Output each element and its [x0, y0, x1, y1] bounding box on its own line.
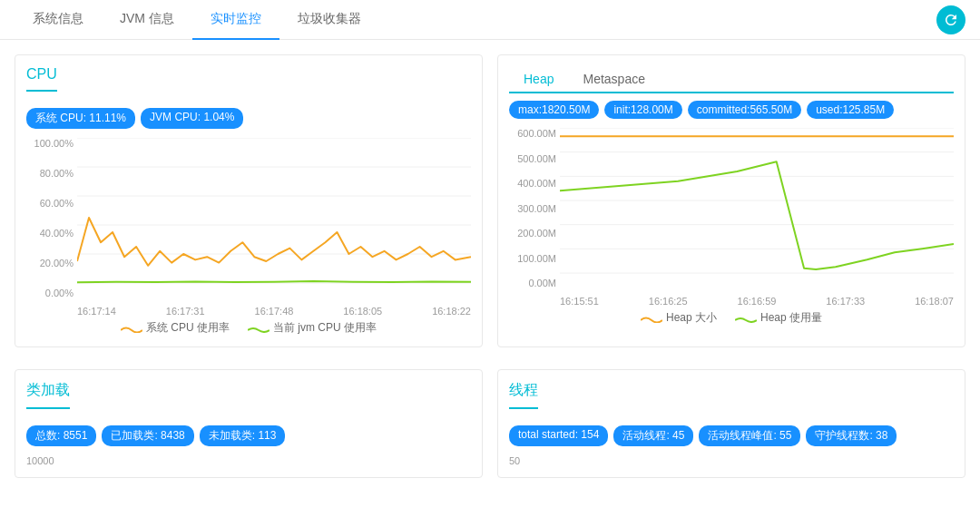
- cpu-badges: 系统 CPU: 11.11% JVM CPU: 1.04%: [26, 108, 471, 129]
- cpu-x-2: 16:17:48: [255, 306, 294, 317]
- cpu-y-100: 100.00%: [34, 138, 74, 149]
- heap-y-400: 400.00M: [517, 178, 556, 189]
- refresh-icon: [943, 12, 959, 28]
- classloader-y-start: 10000: [26, 455, 471, 466]
- heap-y-300: 300.00M: [517, 203, 556, 214]
- classloader-unloaded-badge: 未加载类: 113: [200, 425, 286, 446]
- heap-y-0: 0.00M: [528, 278, 556, 288]
- tab-jvm-info[interactable]: JVM 信息: [102, 0, 192, 40]
- heap-legend-size-label: Heap 大小: [666, 310, 717, 326]
- heap-chart-canvas: [560, 128, 954, 291]
- cpu-legend-system: 系统 CPU 使用率: [121, 320, 230, 336]
- cpu-chart-canvas: [77, 138, 471, 301]
- cpu-jvm-legend-icon: [248, 324, 270, 333]
- cpu-legend-system-label: 系统 CPU 使用率: [146, 320, 230, 336]
- thread-y-start: 50: [509, 455, 954, 466]
- heap-x-2: 16:16:59: [738, 296, 777, 307]
- thread-panel: 线程 total started: 154 活动线程: 45 活动线程峰值: 5…: [497, 369, 965, 478]
- heap-chart-area: 16:15:51 16:16:25 16:16:59 16:17:33 16:1…: [560, 128, 954, 307]
- cpu-y-20: 20.00%: [40, 258, 74, 268]
- thread-active-badge: 活动线程: 45: [613, 425, 693, 446]
- heap-chart-wrapper: 600.00M 500.00M 400.00M 300.00M 200.00M …: [509, 128, 954, 307]
- heap-legend-used-label: Heap 使用量: [760, 310, 822, 326]
- cpu-system-legend-icon: [121, 324, 142, 333]
- cpu-x-1: 16:17:31: [166, 306, 205, 317]
- heap-x-0: 16:15:51: [560, 296, 599, 307]
- heap-max-badge: max:1820.50M: [509, 101, 599, 119]
- cpu-x-0: 16:17:14: [77, 306, 116, 317]
- tab-metaspace[interactable]: Metaspace: [568, 66, 659, 92]
- thread-title: 线程: [509, 381, 538, 409]
- cpu-chart-area: 16:17:14 16:17:31 16:17:48 16:18:05 16:1…: [77, 138, 471, 317]
- heap-x-3: 16:17:33: [826, 296, 865, 307]
- cpu-y-80: 80.00%: [40, 168, 74, 179]
- heap-legend: Heap 大小 Heap 使用量: [509, 310, 954, 326]
- cpu-panel: CPU 系统 CPU: 11.11% JVM CPU: 1.04% 100.00…: [15, 54, 483, 347]
- top-navigation: 系统信息 JVM 信息 实时监控 垃圾收集器: [0, 0, 980, 40]
- cpu-y-40: 40.00%: [40, 228, 74, 239]
- thread-peak-badge: 活动线程峰值: 55: [699, 425, 800, 446]
- cpu-y-0: 0.00%: [45, 288, 74, 298]
- heap-used-legend-icon: [735, 314, 757, 323]
- heap-used-badge: used:125.85M: [807, 101, 894, 119]
- cpu-legend: 系统 CPU 使用率 当前 jvm CPU 使用率: [26, 320, 471, 336]
- cpu-x-3: 16:18:05: [343, 306, 382, 317]
- heap-y-200: 200.00M: [517, 228, 556, 239]
- refresh-button[interactable]: [936, 5, 965, 34]
- heap-committed-badge: committed:565.50M: [688, 101, 801, 119]
- heap-size-legend-icon: [641, 314, 662, 323]
- heap-y-500: 500.00M: [517, 153, 556, 164]
- heap-x-4: 16:18:07: [915, 296, 954, 307]
- thread-daemon-badge: 守护线程数: 38: [806, 425, 897, 446]
- heap-panel-tabs: Heap Metaspace: [509, 66, 954, 93]
- classloader-title: 类加载: [26, 381, 70, 409]
- thread-badges: total started: 154 活动线程: 45 活动线程峰值: 55 守…: [509, 425, 954, 446]
- classloader-total-badge: 总数: 8551: [26, 425, 96, 446]
- cpu-legend-jvm-label: 当前 jvm CPU 使用率: [273, 320, 377, 336]
- cpu-x-axis: 16:17:14 16:17:31 16:17:48 16:18:05 16:1…: [77, 304, 471, 317]
- cpu-system-badge: 系统 CPU: 11.11%: [26, 108, 135, 129]
- cpu-y-axis: 100.00% 80.00% 60.00% 40.00% 20.00% 0.00…: [26, 138, 77, 317]
- heap-x-1: 16:16:25: [649, 296, 688, 307]
- heap-y-100: 100.00M: [517, 253, 556, 264]
- tab-gc[interactable]: 垃圾收集器: [279, 0, 379, 40]
- cpu-title: CPU: [26, 66, 57, 92]
- cpu-x-4: 16:18:22: [432, 306, 471, 317]
- heap-y-axis: 600.00M 500.00M 400.00M 300.00M 200.00M …: [509, 128, 560, 307]
- heap-legend-used: Heap 使用量: [735, 310, 822, 326]
- heap-y-600: 600.00M: [517, 128, 556, 139]
- cpu-jvm-badge: JVM CPU: 1.04%: [141, 108, 243, 129]
- tab-realtime-monitor[interactable]: 实时监控: [192, 0, 279, 40]
- top-panels-row: CPU 系统 CPU: 11.11% JVM CPU: 1.04% 100.00…: [15, 54, 965, 347]
- heap-x-axis: 16:15:51 16:16:25 16:16:59 16:17:33 16:1…: [560, 294, 954, 307]
- heap-badges: max:1820.50M init:128.00M committed:565.…: [509, 101, 954, 119]
- classloader-loaded-badge: 已加载类: 8438: [102, 425, 193, 446]
- heap-panel: Heap Metaspace max:1820.50M init:128.00M…: [497, 54, 965, 347]
- tab-heap[interactable]: Heap: [509, 66, 568, 92]
- main-content: CPU 系统 CPU: 11.11% JVM CPU: 1.04% 100.00…: [0, 40, 980, 514]
- classloader-panel: 类加载 总数: 8551 已加载类: 8438 未加载类: 113 10000: [15, 369, 483, 478]
- classloader-badges: 总数: 8551 已加载类: 8438 未加载类: 113: [26, 425, 471, 446]
- heap-init-badge: init:128.00M: [604, 101, 681, 119]
- cpu-y-60: 60.00%: [40, 198, 74, 209]
- cpu-chart-wrapper: 100.00% 80.00% 60.00% 40.00% 20.00% 0.00…: [26, 138, 471, 317]
- cpu-legend-jvm: 当前 jvm CPU 使用率: [248, 320, 377, 336]
- tab-system-info[interactable]: 系统信息: [15, 0, 102, 40]
- bottom-panels-row: 类加载 总数: 8551 已加载类: 8438 未加载类: 113 10000 …: [15, 369, 965, 478]
- thread-total-badge: total started: 154: [509, 425, 608, 446]
- heap-legend-size: Heap 大小: [641, 310, 717, 326]
